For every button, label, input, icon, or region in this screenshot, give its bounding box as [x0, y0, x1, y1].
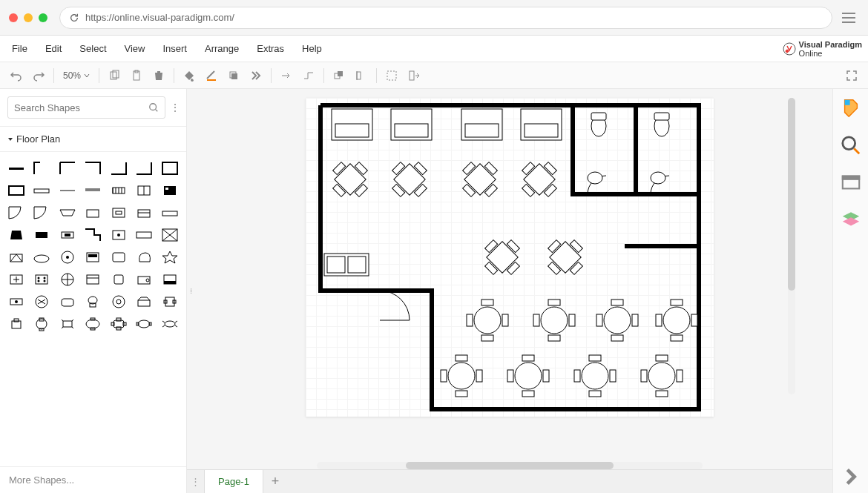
- menu-arrange[interactable]: Arrange: [196, 36, 248, 62]
- shape-palette-item[interactable]: [6, 271, 27, 288]
- select-region-button[interactable]: [381, 65, 402, 86]
- menu-view[interactable]: View: [116, 36, 154, 62]
- shape-palette-item[interactable]: [6, 315, 27, 333]
- shape-palette-item[interactable]: [160, 204, 180, 222]
- shape-palette-item[interactable]: [57, 271, 78, 288]
- shape-palette-item[interactable]: [31, 271, 52, 288]
- browser-menu-button[interactable]: [838, 7, 859, 28]
- shape-palette-item[interactable]: [108, 204, 129, 222]
- shape-palette-item[interactable]: [134, 315, 154, 333]
- tab-page-1[interactable]: Page-1: [205, 470, 263, 494]
- expand-panel-button[interactable]: [841, 466, 861, 487]
- shape-palette-item[interactable]: [108, 271, 129, 288]
- menu-extras[interactable]: Extras: [248, 36, 293, 62]
- shape-palette-item[interactable]: [6, 226, 27, 244]
- undo-button[interactable]: [6, 65, 27, 86]
- shape-palette-item[interactable]: [160, 271, 180, 288]
- horizontal-scrollbar[interactable]: [317, 462, 703, 469]
- shape-palette-item[interactable]: [134, 248, 154, 266]
- outline-panel-button[interactable]: [841, 172, 861, 193]
- shape-palette-item[interactable]: [6, 182, 27, 199]
- shape-palette-item[interactable]: [31, 293, 52, 311]
- shape-palette-item[interactable]: [160, 159, 180, 177]
- menu-insert[interactable]: Insert: [154, 36, 196, 62]
- shape-palette-item[interactable]: [82, 248, 103, 266]
- shape-palette-item[interactable]: [57, 293, 78, 311]
- shape-palette-item[interactable]: [82, 271, 103, 288]
- fill-color-button[interactable]: [179, 65, 200, 86]
- search-shapes-input[interactable]: [14, 102, 148, 113]
- minimize-window-button[interactable]: [24, 13, 33, 22]
- shape-palette-item[interactable]: [160, 315, 180, 333]
- style-button[interactable]: [246, 65, 266, 86]
- shape-palette-item[interactable]: [6, 204, 27, 222]
- maximize-window-button[interactable]: [39, 13, 47, 22]
- shape-palette-item[interactable]: [31, 248, 52, 266]
- close-window-button[interactable]: [9, 13, 18, 22]
- shape-palette-item[interactable]: [57, 204, 78, 222]
- paste-button[interactable]: [126, 65, 147, 86]
- shape-palette-item[interactable]: [57, 248, 78, 266]
- shape-palette-item[interactable]: [82, 293, 103, 311]
- shape-palette-item[interactable]: [57, 159, 78, 177]
- shape-palette-item[interactable]: [108, 182, 129, 199]
- connector-waypoint-button[interactable]: [298, 65, 319, 86]
- drawing-canvas[interactable]: [306, 98, 714, 417]
- shape-palette-item[interactable]: [108, 248, 129, 266]
- shape-palette-item[interactable]: [108, 315, 129, 333]
- shadow-button[interactable]: [223, 65, 244, 86]
- shape-palette-item[interactable]: [6, 248, 27, 266]
- shape-palette-item[interactable]: [57, 226, 78, 244]
- url-bar[interactable]: https://online.visual-paradigm.com/: [59, 7, 832, 29]
- line-color-button[interactable]: [201, 65, 222, 86]
- tab-options-button[interactable]: ⋮: [187, 470, 205, 494]
- search-options-button[interactable]: ⋮: [170, 102, 179, 113]
- shape-palette-item[interactable]: [82, 182, 103, 199]
- search-panel-button[interactable]: [841, 135, 861, 156]
- shape-palette-item[interactable]: [82, 226, 103, 244]
- format-panel-button[interactable]: [841, 98, 861, 119]
- shape-palette-item[interactable]: [160, 226, 180, 244]
- shape-palette-item[interactable]: [82, 159, 103, 177]
- shape-palette-item[interactable]: [82, 204, 103, 222]
- shape-palette-item[interactable]: [57, 182, 78, 199]
- layers-panel-button[interactable]: [841, 209, 861, 230]
- shape-palette-item[interactable]: [134, 204, 154, 222]
- shape-palette-item[interactable]: [134, 159, 154, 177]
- shape-palette-item[interactable]: [134, 293, 154, 311]
- copy-button[interactable]: [104, 65, 125, 86]
- category-floor-plan[interactable]: Floor Plan: [0, 127, 186, 152]
- redo-button[interactable]: [28, 65, 49, 86]
- shape-palette-item[interactable]: [134, 182, 154, 199]
- fullscreen-button[interactable]: [841, 65, 862, 86]
- connector-end-button[interactable]: [276, 65, 297, 86]
- menu-file[interactable]: File: [3, 36, 36, 62]
- shape-palette-item[interactable]: [160, 182, 180, 199]
- search-shapes-box[interactable]: [7, 96, 165, 119]
- shape-palette-item[interactable]: [6, 293, 27, 311]
- menu-edit[interactable]: Edit: [36, 36, 70, 62]
- shape-palette-item[interactable]: [160, 248, 180, 266]
- select-same-button[interactable]: [404, 65, 424, 86]
- shape-palette-item[interactable]: [108, 159, 129, 177]
- shape-palette-item[interactable]: [57, 315, 78, 333]
- shape-palette-item[interactable]: [108, 226, 129, 244]
- vertical-scrollbar[interactable]: [788, 98, 795, 394]
- more-shapes-button[interactable]: More Shapes...: [0, 466, 186, 493]
- shape-palette-item[interactable]: [160, 293, 180, 311]
- add-page-button[interactable]: +: [263, 470, 287, 494]
- menu-select[interactable]: Select: [70, 36, 115, 62]
- menu-help[interactable]: Help: [293, 36, 331, 62]
- shape-palette-item[interactable]: [108, 293, 129, 311]
- shape-palette-item[interactable]: [31, 315, 52, 333]
- shape-palette-item[interactable]: [82, 315, 103, 333]
- shape-palette-item[interactable]: [6, 159, 27, 177]
- shape-palette-item[interactable]: [134, 226, 154, 244]
- shape-palette-item[interactable]: [31, 204, 52, 222]
- shape-palette-item[interactable]: [31, 182, 52, 199]
- shape-palette-item[interactable]: [31, 226, 52, 244]
- align-button[interactable]: [351, 65, 372, 86]
- delete-button[interactable]: [148, 65, 169, 86]
- to-front-button[interactable]: [329, 65, 349, 86]
- zoom-selector[interactable]: 50%: [59, 70, 94, 81]
